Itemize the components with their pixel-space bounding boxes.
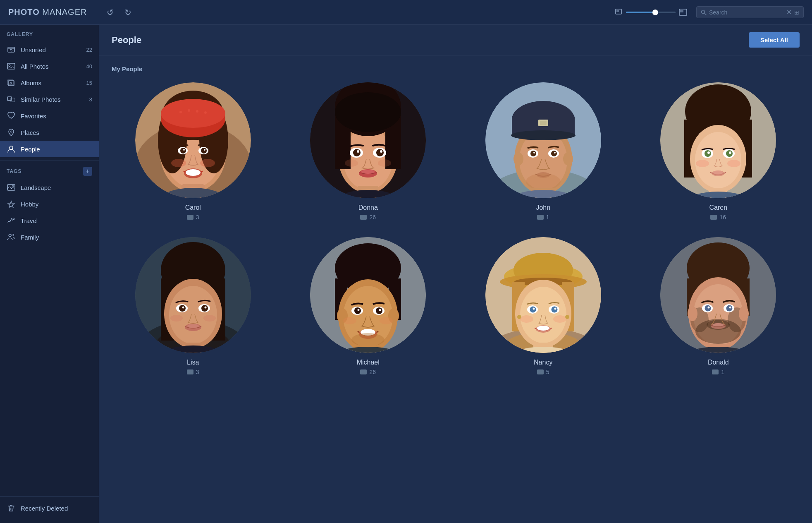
travel-icon [7, 216, 16, 225]
similar-icon [7, 95, 16, 104]
svg-point-181 [537, 326, 549, 331]
heart-icon [7, 111, 16, 120]
app-title-bold: PHOTO [8, 7, 40, 17]
svg-point-201 [705, 305, 711, 312]
svg-point-171 [520, 287, 566, 343]
sidebar-item-favorites[interactable]: Favorites [0, 108, 99, 124]
person-count-value-john: 1 [546, 214, 549, 221]
sidebar-label-people: People [21, 146, 92, 153]
sidebar-bottom: Recently Deleted [0, 493, 99, 516]
person-avatar-lisa [135, 237, 251, 353]
svg-point-109 [713, 170, 723, 175]
photo-count-icon-donna [360, 215, 367, 220]
sidebar-item-hobby[interactable]: Hobby [0, 196, 99, 212]
person-name-lisa: Lisa [187, 359, 199, 366]
donald-face-svg [660, 237, 776, 353]
person-card-carol[interactable]: Carol 3 [112, 82, 275, 221]
select-all-button[interactable]: Select All [749, 32, 800, 48]
person-avatar-nancy [485, 237, 601, 353]
sidebar-item-all-photos[interactable]: All Photos 40 [0, 58, 99, 74]
svg-point-67 [345, 159, 358, 167]
sidebar-label-albums: Albums [21, 79, 81, 86]
svg-point-15 [10, 131, 12, 132]
person-card-donald[interactable]: Donald 1 [637, 237, 800, 375]
zoom-slider[interactable] [626, 12, 676, 13]
search-clear-icon[interactable]: ✕ [786, 8, 792, 16]
svg-point-156 [351, 333, 385, 346]
person-card-john[interactable]: John 1 [462, 82, 625, 221]
svg-point-125 [179, 305, 186, 312]
sidebar-label-similar: Similar Photos [21, 96, 84, 103]
person-avatar-donna [310, 82, 426, 198]
undo-button[interactable]: ↺ [103, 6, 117, 19]
svg-point-64 [380, 150, 382, 153]
svg-point-20 [9, 234, 11, 237]
svg-point-176 [533, 308, 535, 310]
svg-point-154 [343, 317, 356, 324]
person-name-john: John [536, 204, 550, 211]
svg-point-18 [12, 185, 14, 187]
zoom-out-icon [615, 9, 623, 16]
sidebar-item-people[interactable]: People [0, 141, 99, 157]
svg-point-7 [10, 49, 12, 51]
svg-rect-1 [616, 10, 619, 12]
sidebar-count-similar: 8 [89, 96, 92, 103]
albums-icon [7, 78, 16, 87]
svg-point-133 [203, 315, 216, 321]
redo-button[interactable]: ↻ [121, 6, 135, 19]
donna-face-svg [310, 82, 426, 198]
svg-point-83 [563, 152, 573, 166]
person-card-nancy[interactable]: Nancy 5 [462, 237, 625, 375]
sidebar-label-landscape: Landscape [21, 184, 92, 191]
zoom-control [615, 9, 688, 16]
svg-point-46 [171, 159, 186, 167]
app-title-light: MANAGER [42, 7, 87, 17]
sidebar-label-places: Places [21, 129, 92, 136]
svg-point-45 [186, 169, 201, 176]
sidebar-item-unsorted[interactable]: Unsorted 22 [0, 41, 99, 58]
svg-point-155 [380, 317, 393, 324]
add-tag-button[interactable]: + [83, 167, 92, 176]
sidebar-item-albums[interactable]: Albums 15 [0, 74, 99, 91]
svg-point-202 [708, 307, 710, 309]
person-name-michael: Michael [357, 359, 380, 366]
svg-point-16 [10, 146, 13, 149]
svg-point-147 [354, 307, 361, 314]
svg-point-61 [357, 150, 359, 153]
person-count-nancy: 5 [537, 369, 549, 375]
svg-point-37 [204, 111, 207, 114]
main-layout: Gallery Unsorted 22 All P [0, 25, 812, 523]
svg-point-182 [520, 315, 533, 323]
svg-point-66 [361, 170, 375, 174]
person-card-caren[interactable]: Caren 16 [637, 82, 800, 221]
svg-point-104 [707, 151, 710, 154]
hobby-icon [7, 199, 16, 209]
search-filter-icon[interactable]: ⊞ [794, 9, 799, 16]
sidebar-item-similar-photos[interactable]: Similar Photos 8 [0, 91, 99, 108]
svg-point-123 [169, 286, 217, 344]
svg-point-34 [179, 111, 182, 113]
person-card-michael[interactable]: Michael 26 [287, 237, 450, 375]
sidebar-label-favorites: Favorites [21, 113, 92, 120]
svg-point-12 [10, 82, 12, 84]
sidebar-item-travel[interactable]: Travel [0, 212, 99, 229]
sidebar-item-places[interactable]: Places [0, 124, 99, 141]
sidebar-divider-1 [0, 161, 99, 161]
person-card-lisa[interactable]: Lisa 3 [112, 237, 275, 375]
sidebar-item-landscape[interactable]: Landscape [0, 179, 99, 196]
person-count-lisa: 3 [187, 369, 199, 375]
person-name-caren: Caren [709, 204, 727, 211]
svg-point-21 [12, 234, 14, 236]
svg-point-132 [170, 315, 183, 321]
photo-count-icon-michael [360, 369, 367, 374]
search-input[interactable] [709, 9, 784, 16]
svg-point-4 [702, 10, 705, 13]
search-icon [701, 10, 707, 15]
sidebar-item-family[interactable]: Family [0, 229, 99, 245]
sidebar-item-recently-deleted[interactable]: Recently Deleted [0, 500, 99, 516]
svg-point-204 [726, 305, 733, 312]
person-card-donna[interactable]: Donna 26 [287, 82, 450, 221]
svg-point-158 [331, 347, 405, 353]
person-avatar-donald [660, 237, 776, 353]
caren-face-svg [660, 82, 776, 198]
